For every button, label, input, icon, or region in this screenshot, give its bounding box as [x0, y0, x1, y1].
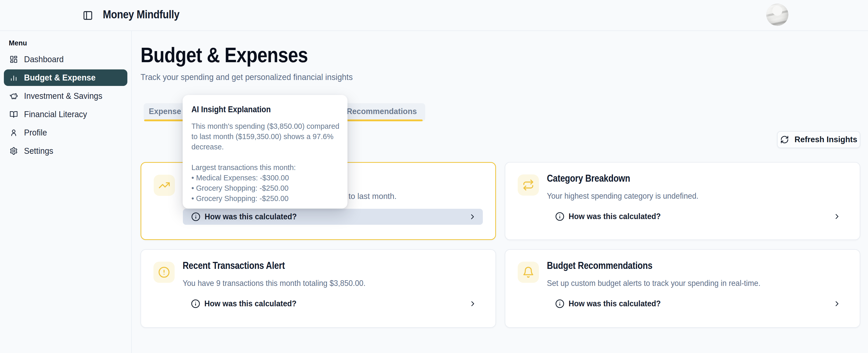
tooltip-body-line: decrease.	[191, 142, 339, 152]
card-budget-recommendations: Budget Recommendations Set up custom bud…	[505, 249, 860, 328]
card-title: Budget Recommendations	[547, 260, 670, 271]
info-icon	[191, 299, 200, 308]
tooltip-spacer	[191, 152, 339, 162]
how-calculated-button[interactable]: How was this calculated?	[183, 209, 483, 225]
piggy-bank-icon	[9, 92, 18, 100]
sidebar-nav: Dashboard Budget & Expense Investment & …	[0, 51, 131, 159]
sidebar-item-label: Financial Literacy	[24, 109, 87, 119]
sidebar-item-label: Dashboard	[24, 55, 64, 64]
tooltip-list-item: • Medical Expenses: -$300.00	[191, 173, 339, 183]
card-description: You have 9 transactions this month total…	[183, 279, 375, 288]
page-title: Budget & Expenses	[141, 43, 335, 67]
how-calculated-button[interactable]: How was this calculated?	[547, 209, 847, 224]
alert-circle-icon	[153, 262, 175, 283]
main-content: Budget & Expenses Track your spending an…	[132, 31, 868, 353]
sidebar-item-settings[interactable]: Settings	[4, 143, 127, 159]
chevron-right-icon	[468, 213, 476, 221]
app-root: Money Mindfully Menu Dashboard Budget & …	[0, 0, 868, 353]
card-description: Your highest spending category is undefi…	[547, 191, 707, 201]
how-calculated-button[interactable]: How was this calculated?	[183, 296, 483, 312]
sidebar: Menu Dashboard Budget & Expense Investme…	[0, 31, 132, 353]
tooltip-body-line: This month's spending ($3,850.00) compar…	[191, 121, 339, 131]
card-title: Recent Transactions Alert	[183, 260, 302, 271]
tooltip-list-item: • Grocery Shopping: -$250.00	[191, 183, 339, 193]
chevron-right-icon	[833, 299, 841, 308]
refresh-insights-button[interactable]: Refresh Insights	[777, 131, 860, 148]
info-icon	[555, 299, 564, 308]
refresh-icon	[780, 135, 789, 144]
user-icon	[9, 129, 18, 137]
sidebar-item-budget-expense[interactable]: Budget & Expense	[4, 69, 127, 86]
tooltip-list-item: • Grocery Shopping: -$250.00	[191, 193, 339, 204]
sidebar-item-investment-savings[interactable]: Investment & Savings	[4, 88, 127, 104]
sidebar-item-label: Budget & Expense	[24, 73, 96, 82]
avatar[interactable]	[766, 4, 788, 26]
how-calculated-label: How was this calculated?	[205, 212, 297, 221]
page-subtitle: Track your spending and get personalized…	[141, 72, 364, 82]
repeat-icon	[518, 174, 539, 196]
how-calculated-label: How was this calculated?	[568, 212, 661, 221]
bar-chart-icon	[9, 74, 18, 82]
how-calculated-label: How was this calculated?	[568, 299, 661, 308]
chevron-right-icon	[469, 299, 477, 308]
card-recent-transactions: Recent Transactions Alert You have 9 tra…	[141, 249, 496, 328]
how-calculated-button[interactable]: How was this calculated?	[547, 296, 847, 312]
chevron-right-icon	[833, 212, 841, 221]
tooltip-body-line: to last month ($159,350.00) shows a 97.6…	[191, 131, 339, 142]
card-description: Set up custom budget alerts to track you…	[547, 279, 772, 288]
card-category-breakdown: Category Breakdown Your highest spending…	[505, 162, 860, 240]
info-icon	[555, 212, 564, 221]
sidebar-item-dashboard[interactable]: Dashboard	[4, 51, 127, 68]
refresh-label: Refresh Insights	[795, 135, 858, 144]
sidebar-toggle-icon[interactable]	[83, 10, 93, 21]
book-open-icon	[9, 110, 18, 118]
bell-icon	[518, 262, 539, 283]
sidebar-item-label: Settings	[24, 146, 53, 156]
dashboard-icon	[9, 55, 18, 64]
card-description-fragment: to last month.	[348, 192, 397, 201]
info-icon	[191, 212, 200, 221]
card-title: Category Breakdown	[547, 173, 644, 184]
gear-icon	[9, 147, 18, 155]
top-header: Money Mindfully	[0, 0, 868, 31]
ai-insight-tooltip: AI Insight Explanation This month's spen…	[183, 95, 347, 209]
sidebar-item-label: Investment & Savings	[24, 91, 102, 101]
sidebar-item-profile[interactable]: Profile	[4, 125, 127, 141]
trending-up-icon	[154, 175, 175, 196]
sidebar-item-financial-literacy[interactable]: Financial Literacy	[4, 106, 127, 122]
tooltip-list-intro: Largest transactions this month:	[191, 162, 339, 173]
how-calculated-label: How was this calculated?	[204, 299, 297, 308]
app-title: Money Mindfully	[103, 8, 192, 21]
sidebar-item-label: Profile	[24, 128, 47, 138]
menu-section-label: Menu	[9, 39, 27, 47]
tooltip-title: AI Insight Explanation	[191, 104, 339, 114]
